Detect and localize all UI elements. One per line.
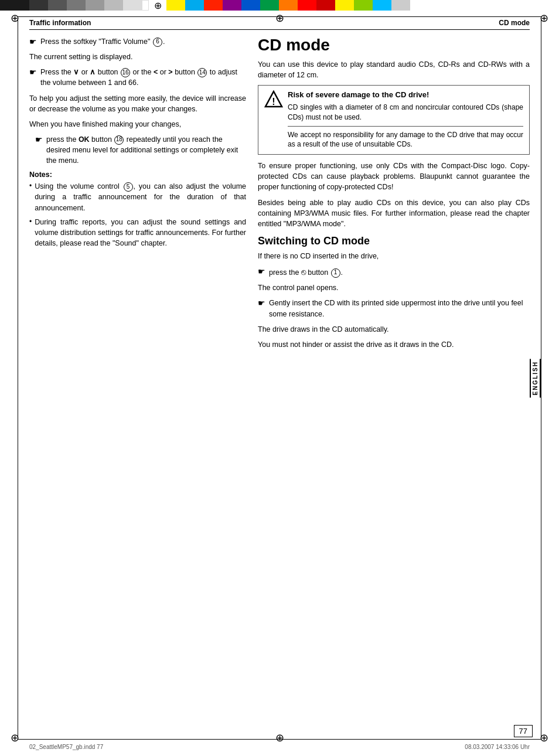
must-not-hinder-text: You must not hinder or assist the drive … [258, 339, 530, 350]
circle-16: 16 [121, 68, 130, 77]
color-gray1 [67, 0, 86, 11]
control-panel-opens: The control panel opens. [258, 282, 530, 293]
right-para-1: To ensure proper functioning, use only C… [258, 161, 530, 192]
note-text-2: During traffic reports, you can adjust t… [35, 217, 246, 248]
para-adjust-setting: To help you adjust the setting more easi… [29, 93, 246, 114]
color-yellow [166, 0, 185, 11]
color-magenta [223, 0, 241, 11]
drive-draws-text: The drive draws in the CD automatically. [258, 324, 530, 335]
color-orange [279, 0, 298, 11]
content-area: ☛ Press the softkey "Traffic Volume" 6. … [29, 30, 530, 733]
circle-14: 14 [197, 68, 207, 77]
color-dark1 [29, 0, 48, 11]
footer-left: 02_SeattleMP57_gb.indd 77 [29, 744, 103, 750]
current-setting-text: The current setting is displayed. [29, 52, 246, 62]
svg-text:!: ! [272, 97, 275, 107]
bullet-press-button: ☛ Press the ∨ or ∧ button 16 or the < or… [29, 67, 246, 88]
circle-1: 1 [331, 268, 340, 278]
color-blue [241, 0, 260, 11]
color-bar: ⊕ [0, 0, 559, 11]
bullet-ok-button: ☛ press the OK button 18 repeatedly unti… [35, 134, 246, 166]
note-item-1: • Using the volume control 5, you can al… [29, 181, 246, 213]
right-para-2: Besides being able to play audio CDs on … [258, 197, 530, 229]
header-left-text: Traffic information [29, 19, 91, 27]
page-footer: 02_SeattleMP57_gb.indd 77 08.03.2007 14:… [29, 744, 530, 750]
english-label: ENGLISH [530, 359, 541, 397]
page-header: Traffic information CD mode [29, 19, 530, 30]
warning-title: Risk of severe damage to the CD drive! [288, 90, 523, 100]
arrow-icon-1: ☛ [29, 37, 37, 46]
color-black [0, 0, 29, 11]
color-darkred [316, 0, 335, 11]
color-yellow2 [335, 0, 354, 11]
note-bullet-1: • [29, 182, 32, 190]
circle-6: 6 [153, 38, 162, 47]
notes-section: Notes: • Using the volume control 5, you… [29, 171, 246, 248]
color-gray2 [86, 0, 104, 11]
reg-mark-bottomcenter: ⊕ [275, 731, 284, 744]
crosshair-center: ⊕ [149, 0, 166, 11]
note-bullet-2: • [29, 217, 32, 226]
reg-mark-bottomright: ⊕ [540, 731, 548, 744]
warning-body-1: CD singles with a diameter of 8 cm and n… [288, 103, 523, 122]
header-right-text: CD mode [499, 19, 530, 27]
bullet-press-button-text: Press the ∨ or ∧ button 16 or the < or >… [40, 67, 246, 88]
bullet-insert-cd-text: Gently insert the CD with its printed si… [269, 298, 530, 319]
notes-title: Notes: [29, 171, 246, 179]
color-skyblue [373, 0, 391, 11]
para-when-finished: When you have finished making your chang… [29, 119, 246, 130]
color-lightgray [391, 0, 410, 11]
color-green [260, 0, 279, 11]
bullet-traffic-volume-text: Press the softkey "Traffic Volume" 6. [40, 36, 165, 47]
right-column: CD mode You can use this device to play … [258, 30, 530, 733]
bullet-ok-text: press the OK button 18 repeatedly until … [46, 134, 246, 166]
color-red2 [298, 0, 316, 11]
warning-content: Risk of severe damage to the CD drive! C… [288, 90, 523, 149]
color-dark2 [48, 0, 67, 11]
page-number: 77 [514, 725, 533, 737]
arrow-icon-4: ☛ [258, 267, 265, 276]
color-cyan [185, 0, 204, 11]
bullet-traffic-volume: ☛ Press the softkey "Traffic Volume" 6. [29, 36, 246, 47]
reg-mark-bottomleft: ⊕ [11, 731, 19, 744]
switching-intro: If there is no CD inserted in the drive, [258, 251, 530, 261]
bullet-press-eject-text: press the ⎋ button 1. [269, 266, 343, 278]
color-gray3 [104, 0, 123, 11]
color-gray4 [123, 0, 142, 11]
switching-title: Switching to CD mode [258, 235, 530, 247]
color-lime [354, 0, 373, 11]
note-text-1: Using the volume control 5, you can also… [35, 181, 246, 213]
bullet-press-eject: ☛ press the ⎋ button 1. [258, 266, 530, 278]
arrow-icon-5: ☛ [258, 298, 265, 308]
color-white [142, 0, 149, 11]
warning-icon: ! [264, 90, 283, 109]
arrow-icon-3: ☛ [35, 135, 43, 144]
color-red [204, 0, 223, 11]
circle-5: 5 [124, 182, 133, 192]
cd-intro-text: You can use this device to play standard… [258, 59, 530, 80]
warning-body-2: We accept no responsibility for any dama… [288, 130, 523, 150]
reg-mark-topleft: ⊕ [11, 12, 19, 25]
cd-mode-title: CD mode [258, 36, 530, 55]
english-sidebar: ENGLISH [530, 117, 540, 639]
footer-right: 08.03.2007 14:33:06 Uhr [465, 744, 530, 750]
warning-box: ! Risk of severe damage to the CD drive!… [258, 85, 530, 155]
circle-18: 18 [114, 135, 124, 145]
left-column: ☛ Press the softkey "Traffic Volume" 6. … [29, 30, 246, 733]
reg-mark-topright: ⊕ [540, 12, 548, 25]
warning-divider [288, 126, 523, 127]
bullet-insert-cd: ☛ Gently insert the CD with its printed … [258, 298, 530, 319]
arrow-icon-2: ☛ [29, 67, 37, 77]
border-left [18, 16, 18, 740]
border-right [541, 16, 541, 740]
note-item-2: • During traffic reports, you can adjust… [29, 217, 246, 248]
